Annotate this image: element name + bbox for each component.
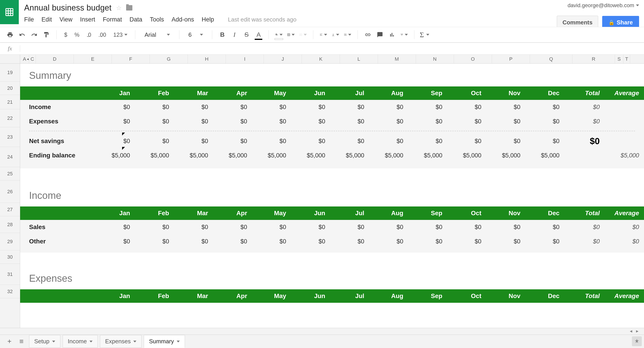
cell-value[interactable]: $0	[95, 104, 134, 111]
row-header-20[interactable]: 20	[0, 82, 20, 95]
cell-value[interactable]: $0	[212, 138, 251, 145]
cell-value[interactable]: $0	[446, 118, 486, 125]
bold-icon[interactable]: B	[218, 31, 226, 39]
cell-value[interactable]: $0	[173, 238, 212, 245]
cell-value[interactable]: $0	[446, 104, 486, 111]
row-header-26[interactable]: 26	[0, 181, 20, 203]
cell-value[interactable]: $0	[446, 224, 486, 231]
menu-insert[interactable]: Insert	[80, 16, 95, 23]
cell-value[interactable]: $0	[486, 138, 524, 145]
sheet-tab-summary[interactable]: Summary	[144, 335, 185, 348]
col-header-F[interactable]: F	[112, 55, 150, 63]
data-row-other[interactable]: Other$0$0$0$0$0$0$0$0$0$0$0$0$0$0	[20, 234, 644, 249]
row-header-31[interactable]: 31	[0, 264, 20, 285]
col-header-J[interactable]: J	[264, 55, 302, 63]
cell-average[interactable]: $0	[604, 238, 644, 245]
cell-value[interactable]: $0	[173, 138, 212, 145]
cell-total[interactable]: $0	[564, 118, 604, 125]
cell-value[interactable]: $0	[134, 118, 173, 125]
cell-value[interactable]: $5,000	[212, 152, 251, 159]
doc-title[interactable]: Annual business budget	[24, 3, 112, 13]
format-percent[interactable]: %	[73, 32, 81, 38]
col-header-H[interactable]: H	[188, 55, 226, 63]
row-header-30[interactable]: 30	[0, 250, 20, 264]
cell-average[interactable]: $5,000	[604, 152, 644, 159]
v-align-icon[interactable]	[332, 31, 339, 39]
scroll-left-icon[interactable]: ◄	[628, 329, 634, 334]
cell-value[interactable]: $0	[408, 138, 446, 145]
cell-value[interactable]: $0	[368, 224, 408, 231]
cell-value[interactable]: $5,000	[408, 152, 446, 159]
menu-help[interactable]: Help	[202, 16, 214, 23]
format-currency[interactable]: $	[63, 32, 69, 38]
col-header-O[interactable]: O	[454, 55, 492, 63]
col-header-M[interactable]: M	[378, 55, 416, 63]
menu-file[interactable]: File	[24, 16, 34, 23]
insert-link-icon[interactable]	[364, 31, 372, 39]
font-family-selector[interactable]: Arial	[142, 30, 173, 40]
formula-input[interactable]	[20, 45, 644, 52]
row-header-25[interactable]: 25	[0, 167, 20, 181]
menu-tools[interactable]: Tools	[150, 16, 164, 23]
print-icon[interactable]	[6, 31, 14, 39]
cell-value[interactable]: $0	[290, 224, 330, 231]
cell-value[interactable]: $0	[212, 118, 251, 125]
cell-value[interactable]: $0	[524, 118, 564, 125]
row-header-21[interactable]: 21	[0, 95, 20, 109]
insert-comment-icon[interactable]	[376, 31, 384, 39]
col-header-D[interactable]: D	[36, 55, 74, 63]
col-header-P[interactable]: P	[492, 55, 530, 63]
row-header-27[interactable]: 27	[0, 203, 20, 216]
cell-value[interactable]: $0	[486, 224, 524, 231]
filter-icon[interactable]	[400, 31, 408, 39]
data-row-expenses[interactable]: Expenses$0$0$0$0$0$0$0$0$0$0$0$0$0	[20, 114, 644, 128]
user-account[interactable]: david.george@ditoweb.com	[568, 2, 639, 9]
cell-value[interactable]: $0	[368, 238, 408, 245]
cell-value[interactable]: $0	[290, 118, 330, 125]
data-row-income[interactable]: Income$0$0$0$0$0$0$0$0$0$0$0$0$0	[20, 100, 644, 114]
row-header-32[interactable]: 32	[0, 285, 20, 298]
star-icon[interactable]: ☆	[116, 4, 122, 12]
cell-value[interactable]: $0	[134, 138, 173, 145]
cell-value[interactable]: $5,000	[329, 152, 368, 159]
cell-total[interactable]: $0	[564, 136, 604, 146]
note-indicator-icon[interactable]	[122, 147, 125, 150]
cell-value[interactable]: $0	[290, 138, 330, 145]
cell-value[interactable]: $0	[251, 138, 290, 145]
cell-value[interactable]: $0	[173, 104, 212, 111]
cell-value[interactable]: $0	[173, 224, 212, 231]
merge-cells-icon[interactable]	[299, 31, 307, 39]
paint-format-icon[interactable]	[42, 31, 50, 39]
cell-value[interactable]: $0	[329, 118, 368, 125]
sheet-tab-setup[interactable]: Setup	[29, 335, 60, 348]
cell-value[interactable]: $0	[173, 118, 212, 125]
cell-value[interactable]: $0	[524, 104, 564, 111]
note-indicator-icon[interactable]	[122, 133, 125, 135]
col-header-S[interactable]: S	[615, 55, 624, 63]
strikethrough-icon[interactable]: S	[242, 31, 250, 39]
row-header-28[interactable]: 28	[0, 216, 20, 233]
data-row-net-savings[interactable]: Net savings$0$0$0$0$0$0$0$0$0$0$0$0$0	[20, 134, 644, 148]
all-sheets-button[interactable]: ≡	[17, 337, 26, 346]
grid-area[interactable]: Summary JanFebMarAprMayJunJulAugSepOctNo…	[20, 64, 644, 328]
cell-value[interactable]: $0	[329, 104, 368, 111]
cell-average[interactable]: $0	[604, 224, 644, 231]
borders-icon[interactable]	[287, 31, 295, 39]
cell-value[interactable]: $0	[251, 118, 290, 125]
cell-value[interactable]: $0	[251, 104, 290, 111]
decrease-decimals[interactable]: .0←	[85, 32, 92, 38]
cell-value[interactable]: $0	[368, 118, 408, 125]
cell-value[interactable]: $0	[446, 138, 486, 145]
fill-color-icon[interactable]	[275, 31, 283, 39]
cell-value[interactable]: $0	[212, 238, 251, 245]
col-header-T[interactable]: T	[624, 55, 630, 63]
cell-value[interactable]: $0	[524, 138, 564, 145]
cell-value[interactable]: $0	[408, 224, 446, 231]
cell-value[interactable]: $0	[486, 104, 524, 111]
col-header-N[interactable]: N	[416, 55, 454, 63]
cell-value[interactable]: $5,000	[368, 152, 408, 159]
cell-value[interactable]: $0	[408, 104, 446, 111]
insert-chart-icon[interactable]	[388, 31, 396, 39]
cell-value[interactable]: $0	[134, 104, 173, 111]
row-header-19[interactable]: 19	[0, 64, 20, 82]
